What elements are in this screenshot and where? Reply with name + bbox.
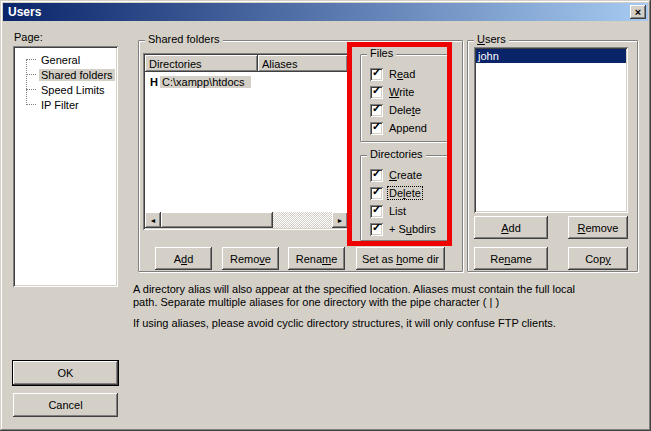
users-list[interactable]: john (474, 47, 628, 213)
window-title: Users (3, 5, 41, 19)
rename-folder-button[interactable]: Rename (288, 247, 345, 270)
files-legend: Files (367, 47, 396, 59)
checkbox-read[interactable]: ✓ Read (370, 65, 445, 83)
page-item-speed-limits[interactable]: Speed Limits (13, 82, 118, 97)
home-dir-flag: H (145, 76, 160, 88)
scroll-right-arrow-icon[interactable]: ► (332, 212, 348, 228)
checkbox-append[interactable]: ✓ Append (370, 119, 445, 137)
page-item-ip-filter[interactable]: IP Filter (13, 97, 118, 112)
column-header-directories[interactable]: Directories (145, 55, 258, 72)
directories-permissions-group: Directories ✓ Create ✓ Delete ✓ List ✓ +… (360, 155, 448, 241)
ok-button[interactable]: OK (13, 361, 118, 385)
checkbox-icon: ✓ (370, 223, 383, 236)
alias-note-1: A directory alias will also appear at th… (133, 283, 647, 309)
copy-user-button[interactable]: Copy (568, 247, 628, 270)
tree-stub-icon (26, 59, 36, 60)
add-folder-button[interactable]: Add (155, 247, 212, 270)
checkbox-create[interactable]: ✓ Create (370, 166, 445, 184)
set-as-home-dir-button[interactable]: Set as home dir (356, 247, 445, 270)
page-label: Page: (14, 31, 43, 43)
users-dialog: Users × Page: General Shared folders Spe… (0, 0, 651, 431)
directory-path: C:\xampp\htdocs (160, 76, 251, 88)
checkbox-icon: ✓ (370, 205, 383, 218)
files-permissions-group: Files ✓ Read ✓ Write ✓ Delete ✓ Append (360, 54, 448, 142)
page-list[interactable]: General Shared folders Speed Limits IP F… (13, 46, 118, 287)
checkbox-write[interactable]: ✓ Write (370, 83, 445, 101)
scrollbar-thumb[interactable] (161, 212, 273, 228)
rename-user-button[interactable]: Rename (474, 247, 548, 270)
alias-notes: A directory alias will also appear at th… (133, 283, 647, 330)
checkbox-delete-dirs[interactable]: ✓ Delete (370, 184, 445, 202)
cancel-button[interactable]: Cancel (13, 393, 118, 417)
checkbox-delete-files[interactable]: ✓ Delete (370, 101, 445, 119)
shared-folders-legend: Shared folders (145, 33, 223, 45)
alias-note-2: If using aliases, please avoid cyclic di… (133, 317, 647, 330)
checkbox-subdirs[interactable]: ✓ + Subdirs (370, 220, 445, 238)
add-user-button[interactable]: Add (474, 216, 548, 239)
tree-stub-icon (26, 74, 36, 75)
directories-legend: Directories (367, 148, 426, 160)
close-button[interactable]: × (630, 5, 646, 19)
checkbox-icon: ✓ (370, 104, 383, 117)
close-icon: × (635, 7, 641, 18)
user-item-john[interactable]: john (476, 49, 626, 63)
checkbox-icon: ✓ (370, 122, 383, 135)
checkbox-list[interactable]: ✓ List (370, 202, 445, 220)
checkbox-icon: ✓ (370, 187, 383, 200)
tree-stub-icon (26, 104, 36, 105)
column-header-aliases[interactable]: Aliases (258, 55, 348, 72)
directory-row[interactable]: H C:\xampp\htdocs (145, 74, 348, 89)
horizontal-scrollbar[interactable]: ◄ ► (145, 212, 348, 228)
directories-listview[interactable]: Directories Aliases H C:\xampp\htdocs ◄ … (143, 53, 350, 230)
listview-header: Directories Aliases (145, 55, 348, 72)
page-item-shared-folders[interactable]: Shared folders (13, 67, 118, 82)
remove-user-button[interactable]: Remove (568, 216, 628, 239)
page-item-general[interactable]: General (13, 52, 118, 67)
checkbox-icon: ✓ (370, 169, 383, 182)
checkbox-icon: ✓ (370, 68, 383, 81)
users-legend: Users (474, 33, 509, 45)
tree-stub-icon (26, 89, 36, 90)
scroll-left-arrow-icon[interactable]: ◄ (145, 212, 161, 228)
remove-folder-button[interactable]: Remove (222, 247, 279, 270)
title-bar[interactable]: Users × (3, 3, 648, 21)
checkbox-icon: ✓ (370, 86, 383, 99)
scrollbar-track[interactable] (273, 212, 332, 228)
